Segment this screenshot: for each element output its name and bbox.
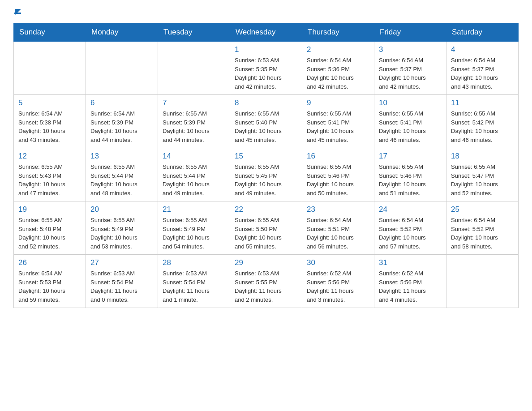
day-number: 3 xyxy=(379,45,442,54)
calendar-cell: 22Sunrise: 6:55 AM Sunset: 5:50 PM Dayli… xyxy=(230,201,302,255)
calendar-cell: 29Sunrise: 6:53 AM Sunset: 5:55 PM Dayli… xyxy=(230,255,302,308)
day-number: 31 xyxy=(379,258,442,267)
day-number: 21 xyxy=(163,205,225,214)
day-of-week-header: Sunday xyxy=(14,23,86,42)
day-number: 4 xyxy=(451,45,514,54)
page-header xyxy=(13,9,519,14)
day-number: 23 xyxy=(307,205,369,214)
day-info: Sunrise: 6:55 AM Sunset: 5:48 PM Dayligh… xyxy=(18,216,81,251)
calendar-cell: 1Sunrise: 6:53 AM Sunset: 5:35 PM Daylig… xyxy=(230,42,302,95)
calendar-cell: 7Sunrise: 6:55 AM Sunset: 5:39 PM Daylig… xyxy=(158,95,230,148)
day-of-week-header: Saturday xyxy=(446,23,519,42)
day-info: Sunrise: 6:55 AM Sunset: 5:49 PM Dayligh… xyxy=(90,216,153,251)
day-info: Sunrise: 6:55 AM Sunset: 5:44 PM Dayligh… xyxy=(90,163,153,197)
calendar-cell: 5Sunrise: 6:54 AM Sunset: 5:38 PM Daylig… xyxy=(14,95,86,148)
calendar-cell: 10Sunrise: 6:55 AM Sunset: 5:41 PM Dayli… xyxy=(374,95,446,148)
calendar-cell: 30Sunrise: 6:52 AM Sunset: 5:56 PM Dayli… xyxy=(302,255,374,308)
calendar-cell: 6Sunrise: 6:54 AM Sunset: 5:39 PM Daylig… xyxy=(86,95,158,148)
day-info: Sunrise: 6:52 AM Sunset: 5:56 PM Dayligh… xyxy=(307,269,369,304)
calendar-cell: 26Sunrise: 6:54 AM Sunset: 5:53 PM Dayli… xyxy=(14,255,86,308)
calendar-cell: 15Sunrise: 6:55 AM Sunset: 5:45 PM Dayli… xyxy=(230,148,302,201)
day-info: Sunrise: 6:54 AM Sunset: 5:53 PM Dayligh… xyxy=(18,269,81,304)
day-number: 7 xyxy=(163,98,225,107)
day-info: Sunrise: 6:53 AM Sunset: 5:35 PM Dayligh… xyxy=(235,56,297,91)
calendar-cell: 20Sunrise: 6:55 AM Sunset: 5:49 PM Dayli… xyxy=(86,201,158,255)
days-of-week-row: SundayMondayTuesdayWednesdayThursdayFrid… xyxy=(14,23,519,42)
logo xyxy=(13,9,21,14)
calendar-cell: 31Sunrise: 6:52 AM Sunset: 5:56 PM Dayli… xyxy=(374,255,446,308)
day-info: Sunrise: 6:55 AM Sunset: 5:46 PM Dayligh… xyxy=(307,163,369,197)
day-of-week-header: Friday xyxy=(374,23,446,42)
day-info: Sunrise: 6:53 AM Sunset: 5:55 PM Dayligh… xyxy=(235,269,297,304)
day-number: 20 xyxy=(90,205,153,214)
day-number: 15 xyxy=(235,152,297,161)
day-number: 28 xyxy=(163,258,225,267)
calendar-header: SundayMondayTuesdayWednesdayThursdayFrid… xyxy=(14,23,519,42)
day-info: Sunrise: 6:55 AM Sunset: 5:49 PM Dayligh… xyxy=(163,216,225,251)
day-info: Sunrise: 6:54 AM Sunset: 5:38 PM Dayligh… xyxy=(18,109,81,144)
day-info: Sunrise: 6:55 AM Sunset: 5:46 PM Dayligh… xyxy=(379,163,442,197)
day-number: 5 xyxy=(18,98,81,107)
day-info: Sunrise: 6:55 AM Sunset: 5:41 PM Dayligh… xyxy=(379,109,442,144)
day-info: Sunrise: 6:54 AM Sunset: 5:51 PM Dayligh… xyxy=(307,216,369,251)
calendar-cell: 23Sunrise: 6:54 AM Sunset: 5:51 PM Dayli… xyxy=(302,201,374,255)
calendar-week-row: 12Sunrise: 6:55 AM Sunset: 5:43 PM Dayli… xyxy=(14,148,519,201)
day-number: 17 xyxy=(379,152,442,161)
day-number: 27 xyxy=(90,258,153,267)
day-number: 22 xyxy=(235,205,297,214)
calendar-cell: 2Sunrise: 6:54 AM Sunset: 5:36 PM Daylig… xyxy=(302,42,374,95)
calendar-cell: 13Sunrise: 6:55 AM Sunset: 5:44 PM Dayli… xyxy=(86,148,158,201)
calendar-cell: 21Sunrise: 6:55 AM Sunset: 5:49 PM Dayli… xyxy=(158,201,230,255)
day-number: 26 xyxy=(18,258,81,267)
day-info: Sunrise: 6:54 AM Sunset: 5:39 PM Dayligh… xyxy=(90,109,153,144)
day-info: Sunrise: 6:54 AM Sunset: 5:36 PM Dayligh… xyxy=(307,56,369,91)
day-info: Sunrise: 6:55 AM Sunset: 5:50 PM Dayligh… xyxy=(235,216,297,251)
calendar-cell: 28Sunrise: 6:53 AM Sunset: 5:54 PM Dayli… xyxy=(158,255,230,308)
day-info: Sunrise: 6:55 AM Sunset: 5:39 PM Dayligh… xyxy=(163,109,225,144)
calendar-week-row: 1Sunrise: 6:53 AM Sunset: 5:35 PM Daylig… xyxy=(14,42,519,95)
day-info: Sunrise: 6:54 AM Sunset: 5:37 PM Dayligh… xyxy=(379,56,442,91)
calendar-cell: 16Sunrise: 6:55 AM Sunset: 5:46 PM Dayli… xyxy=(302,148,374,201)
day-number: 29 xyxy=(235,258,297,267)
day-info: Sunrise: 6:54 AM Sunset: 5:37 PM Dayligh… xyxy=(451,56,514,91)
calendar-cell: 3Sunrise: 6:54 AM Sunset: 5:37 PM Daylig… xyxy=(374,42,446,95)
day-number: 13 xyxy=(90,152,153,161)
calendar-week-row: 5Sunrise: 6:54 AM Sunset: 5:38 PM Daylig… xyxy=(14,95,519,148)
day-number: 1 xyxy=(235,45,297,54)
day-info: Sunrise: 6:55 AM Sunset: 5:42 PM Dayligh… xyxy=(451,109,514,144)
day-of-week-header: Monday xyxy=(86,23,158,42)
day-number: 18 xyxy=(451,152,514,161)
day-of-week-header: Tuesday xyxy=(158,23,230,42)
calendar-cell: 4Sunrise: 6:54 AM Sunset: 5:37 PM Daylig… xyxy=(446,42,519,95)
day-of-week-header: Wednesday xyxy=(230,23,302,42)
day-number: 10 xyxy=(379,98,442,107)
calendar-week-row: 26Sunrise: 6:54 AM Sunset: 5:53 PM Dayli… xyxy=(14,255,519,308)
day-info: Sunrise: 6:55 AM Sunset: 5:41 PM Dayligh… xyxy=(307,109,369,144)
day-number: 9 xyxy=(307,98,369,107)
calendar-cell xyxy=(14,42,86,95)
day-info: Sunrise: 6:53 AM Sunset: 5:54 PM Dayligh… xyxy=(90,269,153,304)
day-number: 2 xyxy=(307,45,369,54)
calendar-cell xyxy=(158,42,230,95)
calendar-cell xyxy=(86,42,158,95)
calendar-cell xyxy=(446,255,519,308)
day-number: 19 xyxy=(18,205,81,214)
calendar-cell: 12Sunrise: 6:55 AM Sunset: 5:43 PM Dayli… xyxy=(14,148,86,201)
calendar-cell: 17Sunrise: 6:55 AM Sunset: 5:46 PM Dayli… xyxy=(374,148,446,201)
logo-underline xyxy=(14,13,21,14)
calendar-body: 1Sunrise: 6:53 AM Sunset: 5:35 PM Daylig… xyxy=(14,42,519,308)
calendar-cell: 24Sunrise: 6:54 AM Sunset: 5:52 PM Dayli… xyxy=(374,201,446,255)
day-info: Sunrise: 6:54 AM Sunset: 5:52 PM Dayligh… xyxy=(379,216,442,251)
calendar-cell: 18Sunrise: 6:55 AM Sunset: 5:47 PM Dayli… xyxy=(446,148,519,201)
calendar-table: SundayMondayTuesdayWednesdayThursdayFrid… xyxy=(13,23,519,308)
day-number: 24 xyxy=(379,205,442,214)
logo-triangle-icon xyxy=(15,9,21,15)
calendar-cell: 19Sunrise: 6:55 AM Sunset: 5:48 PM Dayli… xyxy=(14,201,86,255)
day-number: 11 xyxy=(451,98,514,107)
day-info: Sunrise: 6:54 AM Sunset: 5:52 PM Dayligh… xyxy=(451,216,514,251)
calendar-week-row: 19Sunrise: 6:55 AM Sunset: 5:48 PM Dayli… xyxy=(14,201,519,255)
calendar-cell: 11Sunrise: 6:55 AM Sunset: 5:42 PM Dayli… xyxy=(446,95,519,148)
calendar-cell: 8Sunrise: 6:55 AM Sunset: 5:40 PM Daylig… xyxy=(230,95,302,148)
day-info: Sunrise: 6:55 AM Sunset: 5:45 PM Dayligh… xyxy=(235,163,297,197)
day-info: Sunrise: 6:53 AM Sunset: 5:54 PM Dayligh… xyxy=(163,269,225,304)
